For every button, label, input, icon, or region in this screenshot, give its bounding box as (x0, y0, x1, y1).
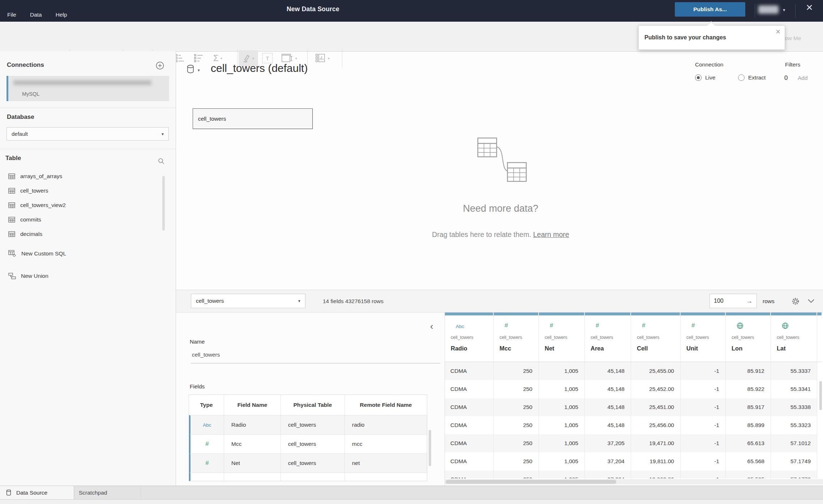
column-name[interactable]: Area (591, 345, 604, 352)
table-item-cell-towers-view2[interactable]: cell_towers_view2 (0, 198, 159, 212)
table-item-arrays-of-arrays[interactable]: arrays_of_arrays (0, 169, 159, 184)
grid-column-radio[interactable]: Abc cell_towers Radio (445, 313, 493, 362)
grid-vertical-scrollbar[interactable] (819, 381, 822, 410)
show-cards-icon[interactable]: ▾ (315, 50, 330, 66)
column-name[interactable]: Radio (451, 345, 467, 352)
filters-add-button[interactable]: Add (798, 75, 808, 81)
name-value[interactable]: cell_towers (192, 352, 220, 358)
table-item-cell-towers[interactable]: cell_towers (0, 184, 159, 198)
fields-table-scrollbar[interactable] (429, 430, 431, 466)
preview-settings-gear-icon[interactable] (792, 297, 800, 305)
column-name[interactable]: Cell (637, 345, 648, 352)
connection-card[interactable]: MySQL (7, 76, 169, 101)
table-item-commits[interactable]: commits (0, 212, 159, 227)
field-row-net[interactable]: # Net cell_towers net (189, 453, 427, 473)
user-menu-caret-icon[interactable]: ▾ (783, 7, 785, 13)
grid-cell: -1 (680, 434, 725, 452)
physical-table-cell: cell_towers (280, 415, 344, 434)
apply-rows-arrow-icon[interactable]: → (746, 297, 753, 305)
new-custom-sql-button[interactable]: New Custom SQL (0, 246, 159, 261)
grid-column-area[interactable]: # cell_towers Area (584, 313, 631, 362)
grid-horizontal-scrollbar-thumb[interactable] (446, 480, 616, 484)
grid-column-net[interactable]: # cell_towers Net (539, 313, 584, 362)
learn-more-link[interactable]: Learn more (533, 231, 569, 238)
column-name[interactable]: Lat (777, 345, 786, 352)
field-row-partial[interactable] (189, 473, 427, 481)
column-accent-bar (494, 313, 538, 315)
grid-row[interactable]: CDMA 250 1,005 45,148 25,452.00 -1 85.92… (445, 380, 823, 398)
connection-live-option[interactable]: Live (695, 74, 715, 81)
sort-ascending-icon[interactable] (175, 50, 185, 66)
extract-radio[interactable] (738, 74, 745, 81)
datasource-caret-icon[interactable]: ▾ (198, 68, 200, 73)
preview-table-select[interactable]: cell_towers ▾ (191, 294, 305, 308)
field-name-cell[interactable]: Radio (224, 415, 280, 434)
new-union-button[interactable]: New Union (0, 269, 159, 283)
column-table-label: cell_towers (777, 335, 800, 340)
sidebar-divider (0, 149, 176, 149)
remote-field-cell: mcc (344, 435, 427, 453)
menu-help[interactable]: Help (56, 12, 67, 18)
grid-column-lon[interactable]: cell_towers Lon (725, 313, 771, 362)
grid-cell: 65.565 (725, 470, 771, 478)
user-avatar[interactable] (758, 5, 779, 14)
column-accent-bar (681, 313, 725, 315)
datasource-title[interactable]: cell_towers (default) (211, 62, 308, 74)
tooltip-close-icon[interactable]: × (776, 28, 780, 36)
column-accent-bar (817, 313, 822, 315)
physical-table-cell: cell_towers (280, 435, 344, 453)
canvas-table-node[interactable]: cell_towers (193, 108, 313, 129)
grid-row[interactable]: CDMA 250 1,005 45,148 25,455.00 -1 85.91… (445, 362, 823, 380)
datasource-cylinder-icon[interactable] (187, 65, 196, 75)
tab-scratchpad[interactable]: Scratchpad (74, 486, 141, 499)
tab-data-source[interactable]: Data Source (0, 486, 74, 499)
grid-cell: CDMA (445, 380, 493, 398)
grid-column-unit[interactable]: # cell_towers Unit (680, 313, 725, 362)
grid-column-mcc[interactable]: # cell_towers Mcc (493, 313, 539, 362)
sort-descending-icon[interactable] (194, 50, 204, 66)
grid-cell: 19,863.00 (631, 470, 680, 478)
grid-row[interactable]: CDMA 250 1,005 37,204 19,811.00 -1 65.56… (445, 452, 823, 470)
field-name-cell[interactable]: Mcc (224, 435, 280, 453)
grid-row[interactable]: CDMA 250 1,005 45,148 25,456.00 -1 85.89… (445, 416, 823, 434)
grid-row[interactable]: CDMA 250 1,005 37,205 19,471.00 -1 65.61… (445, 434, 823, 452)
grid-row[interactable]: CDMA 250 1,005 45,148 25,451.00 -1 85.91… (445, 398, 823, 416)
preview-collapse-chevron-icon[interactable] (808, 299, 814, 303)
grid-cell: 85.922 (725, 380, 771, 398)
grid-column-cell[interactable]: # cell_towers Cell (631, 313, 680, 362)
totals-caret-icon[interactable]: ▾ (220, 56, 222, 60)
field-row-radio[interactable]: Abc Radio cell_towers radio (189, 415, 427, 434)
tooltip-text: Publish to save your changes (644, 26, 726, 49)
remote-field-cell: net (344, 454, 427, 473)
toolbar-divider (342, 49, 342, 67)
fit-caret-icon[interactable]: ▾ (295, 56, 297, 60)
field-row-mcc[interactable]: # Mcc cell_towers mcc (189, 434, 427, 453)
row-count-input[interactable]: 100 → (710, 294, 757, 308)
database-select[interactable]: default ▾ (7, 127, 169, 141)
table-item-label: commits (20, 216, 41, 223)
window-close-icon[interactable]: × (806, 1, 813, 13)
table-search-icon[interactable] (158, 158, 164, 164)
collapse-panel-icon[interactable]: ‹ (430, 322, 433, 331)
column-name[interactable]: Mcc (500, 345, 511, 352)
field-name-cell[interactable]: Net (224, 454, 280, 473)
grid-cell: CDMA (445, 434, 493, 452)
connection-extract-option[interactable]: Extract (738, 74, 766, 81)
grid-cell-filler (817, 434, 823, 452)
live-radio[interactable] (695, 74, 702, 81)
table-item-decimals[interactable]: decimals (0, 227, 159, 241)
grid-column-lat[interactable]: cell_towers Lat (771, 313, 817, 362)
menu-data[interactable]: Data (30, 12, 42, 18)
table-list-scrollbar[interactable] (162, 176, 165, 231)
column-name[interactable]: Unit (686, 345, 698, 352)
publish-as-button[interactable]: Publish As... (675, 2, 745, 17)
grid-horizontal-scrollbar[interactable] (445, 479, 823, 484)
menu-file[interactable]: File (7, 12, 16, 18)
highlight-caret-icon[interactable]: ▾ (252, 56, 254, 60)
add-connection-icon[interactable] (156, 61, 164, 70)
grid-row[interactable]: CDMA 250 1,005 37,204 19,863.00 -1 65.56… (445, 470, 823, 478)
column-name[interactable]: Lon (732, 345, 742, 352)
column-name[interactable]: Net (545, 345, 554, 352)
fields-header-remote-field-name: Remote Field Name (344, 395, 427, 415)
show-cards-caret-icon[interactable]: ▾ (328, 56, 330, 60)
